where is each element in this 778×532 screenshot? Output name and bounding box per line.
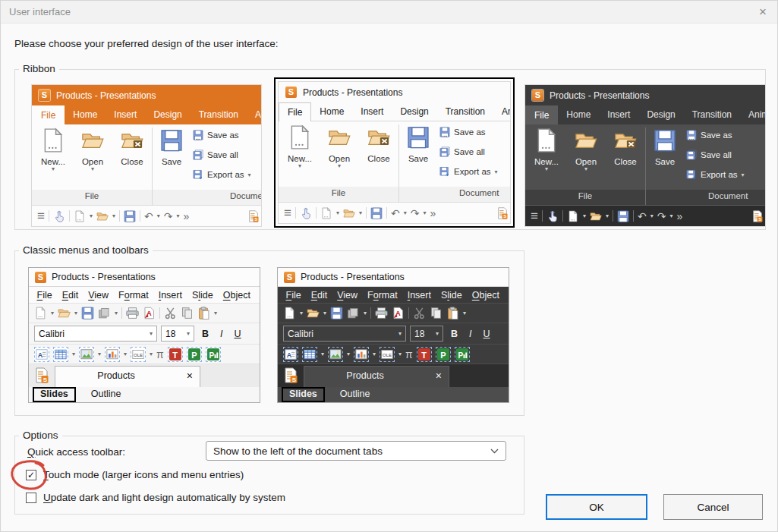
chevron-down-icon: ▾ bbox=[282, 163, 318, 169]
arrow-icon: ▾ bbox=[157, 212, 160, 219]
view-tab-bar: SlidesOutline bbox=[29, 387, 260, 402]
save-icon bbox=[407, 124, 430, 150]
format-toolbar: Calibri▾18▾BIU bbox=[29, 323, 260, 345]
checkbox-unchecked[interactable] bbox=[26, 493, 36, 503]
save-icon bbox=[654, 127, 676, 153]
ribbon-button-exportas: Export as▾ bbox=[193, 169, 251, 180]
ribbon-button-close: Close bbox=[361, 124, 397, 163]
ribbon-tab-file: File bbox=[525, 105, 558, 124]
preview-titlebar: SProducts - Presentations bbox=[32, 85, 261, 105]
ribbon-button-label: Save as bbox=[454, 127, 486, 137]
checkbox-label: Update dark and light design automatical… bbox=[43, 492, 285, 503]
font-name-value: Calibri bbox=[39, 329, 65, 339]
arrow-icon: ▾ bbox=[583, 212, 586, 219]
arrow-icon: ▾ bbox=[606, 212, 609, 219]
ribbon-button-open: Open▾ bbox=[568, 127, 604, 172]
document-s-icon: S bbox=[247, 210, 260, 222]
classic-preview-light[interactable]: SProducts - PresentationsFileEditViewFor… bbox=[28, 267, 260, 403]
chevron-down-icon: ▾ bbox=[495, 168, 498, 175]
chevron-down-icon: ▾ bbox=[528, 166, 565, 172]
ribbon-preview-light[interactable]: SProducts - PresentationsFileHomeInsertD… bbox=[278, 81, 511, 224]
ribbon-tab-home: Home bbox=[558, 105, 599, 124]
separator bbox=[633, 210, 634, 222]
ribbon-tab-insert: Insert bbox=[352, 102, 392, 121]
ok-button[interactable]: OK bbox=[546, 494, 647, 520]
font-name-combo: Calibri▾ bbox=[283, 326, 406, 342]
overflow-icon: » bbox=[430, 207, 436, 219]
document-tab-label: Products bbox=[304, 370, 426, 381]
svg-text:S: S bbox=[43, 376, 48, 383]
ole-object-icon: OLE bbox=[131, 347, 146, 362]
separator bbox=[295, 207, 296, 219]
chart-icon bbox=[105, 347, 120, 362]
preview-window-title: Products - Presentations bbox=[301, 272, 405, 282]
arrow-icon: ▾ bbox=[74, 310, 77, 316]
save-icon bbox=[160, 127, 183, 153]
ribbon-tab-transition: Transition bbox=[191, 105, 247, 124]
menu-icon: ≡ bbox=[284, 207, 291, 219]
redo-icon: ↷ bbox=[164, 210, 173, 222]
save-all-icon bbox=[686, 150, 697, 160]
ribbon-button-exportas: Export as▾ bbox=[686, 169, 745, 180]
ribbon-preview-colored[interactable]: SProducts - PresentationsFileHomeInsertD… bbox=[31, 84, 262, 227]
ribbon-preview-dark[interactable]: SProducts - PresentationsFileHomeInsertD… bbox=[524, 84, 766, 227]
touch-mode-icon bbox=[53, 210, 65, 222]
save-as-icon bbox=[686, 130, 697, 140]
arrow-icon: ▾ bbox=[115, 310, 118, 316]
arrow-icon: ▾ bbox=[423, 209, 426, 216]
preview-titlebar: SProducts - Presentations bbox=[525, 85, 765, 105]
classic-group: Classic menus and toolbars SProducts - P… bbox=[14, 250, 524, 416]
arrow-icon: ▾ bbox=[176, 212, 179, 219]
quick-access-dropdown[interactable]: Show to the left of the document tabs bbox=[206, 441, 506, 461]
ribbon-button-label: Save as bbox=[701, 131, 732, 140]
planmaker-chart-icon: P bbox=[455, 347, 470, 362]
new-document-icon bbox=[535, 127, 558, 153]
save-icon bbox=[81, 307, 94, 320]
chevron-down-icon: ▾ bbox=[248, 172, 251, 178]
cut-icon bbox=[164, 307, 177, 320]
duplicate-icon bbox=[347, 307, 360, 320]
textmaker-object-icon: T bbox=[168, 347, 183, 362]
close-document-icon bbox=[367, 124, 390, 150]
app-logo-icon: S bbox=[285, 87, 297, 98]
chevron-down-icon bbox=[490, 449, 499, 454]
ribbon-button-label: Save as bbox=[207, 131, 239, 140]
checkbox-checked[interactable]: ✓ bbox=[26, 470, 36, 480]
ribbon-group: Ribbon SProducts - PresentationsFileHome… bbox=[14, 69, 766, 230]
format-i-button: I bbox=[216, 329, 226, 339]
ole-object-icon: OLE bbox=[380, 347, 395, 362]
group-separator bbox=[398, 124, 399, 187]
open-folder-icon bbox=[58, 307, 71, 320]
new-document-icon bbox=[320, 207, 332, 219]
chevron-down-icon: ▾ bbox=[436, 330, 439, 337]
classic-preview-dark[interactable]: SProducts - PresentationsFileEditViewFor… bbox=[277, 267, 509, 403]
ribbon-button-open: Open▾ bbox=[321, 124, 358, 169]
new-document-icon bbox=[34, 307, 47, 320]
menu-file: File bbox=[32, 290, 57, 301]
document-tab: Products× bbox=[304, 366, 449, 387]
ribbon-button-saveall: Save all bbox=[193, 150, 238, 160]
cancel-button[interactable]: Cancel bbox=[663, 494, 763, 520]
font-size-combo: 18▾ bbox=[410, 326, 443, 342]
arrow-icon: ▾ bbox=[321, 351, 324, 357]
ribbon-button-exportas: Export as▾ bbox=[439, 166, 498, 177]
preview-titlebar: SProducts - Presentations bbox=[279, 82, 510, 102]
close-icon[interactable]: × bbox=[759, 1, 767, 23]
font-name-combo: Calibri▾ bbox=[34, 326, 157, 342]
new-document-icon bbox=[42, 127, 65, 153]
arrow-icon: ▾ bbox=[214, 310, 217, 316]
undo-icon: ↶ bbox=[638, 210, 647, 222]
document-s-icon: S bbox=[284, 367, 298, 383]
group-separator bbox=[645, 190, 646, 205]
paste-icon bbox=[446, 307, 459, 320]
open-folder-icon bbox=[575, 127, 597, 153]
ribbon-button-close: Close bbox=[114, 127, 150, 166]
checkbox-row: Update dark and light design automatical… bbox=[26, 492, 285, 503]
arrow-icon: ▾ bbox=[373, 351, 376, 357]
ribbon-tab-home: Home bbox=[65, 105, 106, 124]
ribbon-button-label: Export as bbox=[207, 170, 244, 179]
document-tab-bar: SProducts× bbox=[278, 364, 509, 387]
ribbon-tab-insert: Insert bbox=[106, 105, 145, 124]
ribbon-group-label-document: Document bbox=[708, 191, 748, 200]
options-group: Options Quick access toolbar: Show to th… bbox=[14, 436, 524, 515]
